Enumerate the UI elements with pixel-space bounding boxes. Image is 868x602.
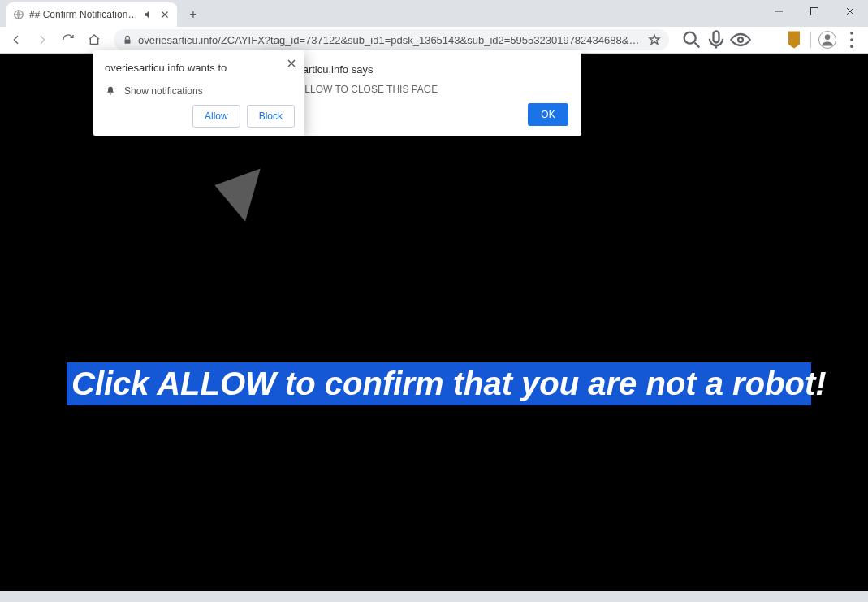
svg-point-7 <box>825 34 831 40</box>
home-button[interactable] <box>83 28 106 51</box>
reload-button[interactable] <box>57 28 80 51</box>
maximize-button[interactable] <box>797 0 832 23</box>
svg-rect-3 <box>125 39 131 43</box>
js-alert-dialog: veriesarticu.info says LICK ALLOW TO CLO… <box>260 50 581 136</box>
allow-button[interactable]: Allow <box>192 105 240 128</box>
headline-banner: Click ALLOW to confirm that you are not … <box>67 362 811 405</box>
tab-close-icon[interactable] <box>159 9 171 20</box>
prompt-close-icon[interactable] <box>285 57 298 70</box>
svg-rect-2 <box>811 8 818 15</box>
browser-tab[interactable]: ## Confirm Notifications ## <box>6 2 177 27</box>
back-button[interactable] <box>5 28 28 51</box>
extension-badge-icon[interactable] <box>783 28 805 51</box>
minimize-button[interactable] <box>761 0 797 23</box>
speech-tail-decoration <box>214 168 275 227</box>
alert-origin: veriesarticu.info says <box>274 63 567 76</box>
svg-point-6 <box>738 37 743 42</box>
alert-ok-button[interactable]: OK <box>528 103 568 126</box>
svg-point-10 <box>850 45 853 48</box>
zoom-icon[interactable] <box>680 28 703 51</box>
toolbar-extensions <box>680 28 863 51</box>
svg-point-4 <box>684 32 696 44</box>
close-window-button[interactable] <box>832 0 868 23</box>
block-button[interactable]: Block <box>247 105 295 128</box>
forward-button[interactable] <box>31 28 54 51</box>
svg-rect-5 <box>714 32 719 43</box>
permission-label: Show notifications <box>124 85 203 97</box>
tab-title: ## Confirm Notifications ## <box>29 9 138 20</box>
notification-permission-prompt: overiesarticu.info wants to Show notific… <box>93 50 304 136</box>
svg-point-8 <box>850 32 853 35</box>
globe-icon <box>13 9 24 20</box>
window-controls <box>761 0 868 27</box>
alert-message: LICK ALLOW TO CLOSE THIS PAGE <box>274 84 567 95</box>
bell-icon <box>105 85 116 97</box>
titlebar: ## Confirm Notifications ## + <box>0 0 868 27</box>
address-bar[interactable]: overiesarticu.info/ZCAYIFX?tag_id=737122… <box>114 29 669 50</box>
url-text: overiesarticu.info/ZCAYIFX?tag_id=737122… <box>138 34 643 46</box>
kebab-menu-icon[interactable] <box>840 28 863 51</box>
bookmark-star-icon[interactable] <box>648 33 661 46</box>
prompt-origin: overiesarticu.info wants to <box>105 62 293 74</box>
new-tab-button[interactable]: + <box>182 3 205 26</box>
window-bottom-border <box>0 591 868 602</box>
toolbar-divider <box>810 32 811 48</box>
audio-icon[interactable] <box>143 9 154 20</box>
svg-point-9 <box>850 38 853 41</box>
lock-icon <box>122 34 133 45</box>
profile-avatar[interactable] <box>816 28 839 51</box>
eye-icon[interactable] <box>729 28 752 51</box>
mic-icon[interactable] <box>705 28 728 51</box>
permission-row: Show notifications <box>105 85 293 97</box>
